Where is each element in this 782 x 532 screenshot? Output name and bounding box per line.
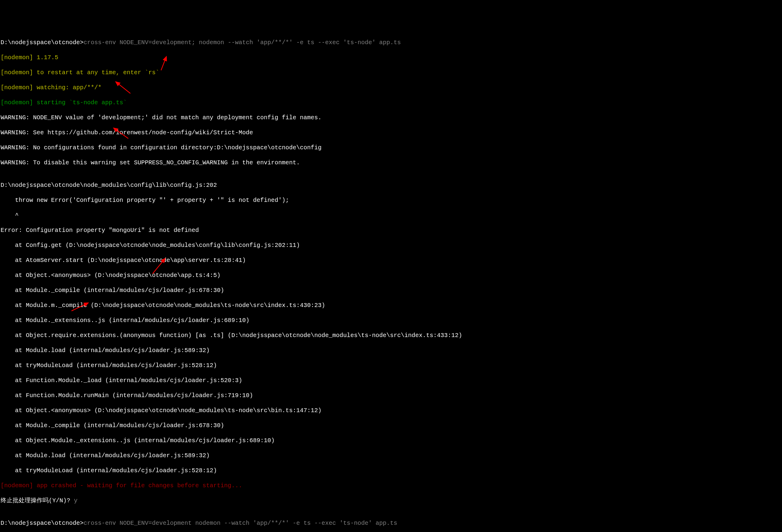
nodemon-watching: [nodemon] watching: app/**/*: [1, 84, 781, 91]
stack-trace-line: at Module._compile (internal/modules/cjs…: [1, 422, 781, 429]
stack-trace-line: at Config.get (D:\nodejsspace\otcnode\no…: [1, 242, 781, 249]
terminate-batch-prompt: 终止批处理操作吗(Y/N)?: [1, 497, 74, 504]
stack-trace-line: at tryModuleLoad (internal/modules/cjs/l…: [1, 362, 781, 369]
prompt-path: D:\nodejsspace\otcnode>: [1, 39, 83, 46]
nodemon-starting: [nodemon] starting `ts-node app.ts`: [1, 99, 781, 106]
error-throw-line: throw new Error('Configuration property …: [1, 197, 781, 204]
stack-trace-line: at tryModuleLoad (internal/modules/cjs/l…: [1, 467, 781, 474]
stack-trace-line: at Function.Module._load (internal/modul…: [1, 377, 781, 384]
stack-trace-line: at AtomServer.start (D:\nodejsspace\otcn…: [1, 256, 781, 264]
nodemon-version: [nodemon] 1.17.5: [1, 54, 781, 61]
error-file-location: D:\nodejsspace\otcnode\node_modules\conf…: [1, 181, 781, 189]
stack-trace-line: at Object.<anonymous> (D:\nodejsspace\ot…: [1, 272, 781, 279]
warning-line: WARNING: To disable this warning set SUP…: [1, 159, 781, 167]
nodemon-restart-hint: [nodemon] to restart at any time, enter …: [1, 69, 781, 76]
warning-line: WARNING: No configurations found in conf…: [1, 144, 781, 151]
stack-trace-line: at Module.load (internal/modules/cjs/loa…: [1, 347, 781, 354]
terminate-batch-answer: y: [74, 497, 77, 504]
warning-line: WARNING: NODE_ENV value of 'development;…: [1, 114, 781, 121]
warning-line: WARNING: See https://github.com/lorenwes…: [1, 129, 781, 136]
stack-trace-line: at Module.load (internal/modules/cjs/loa…: [1, 452, 781, 459]
terminal-output[interactable]: D:\nodejsspace\otcnode>cross-env NODE_EN…: [1, 31, 781, 532]
error-caret: ^: [1, 211, 781, 219]
stack-trace-line: at Object.require.extensions.(anonymous …: [1, 332, 781, 339]
error-message: Error: Configuration property "mongoUri"…: [1, 226, 781, 234]
stack-trace-line: at Module.m._compile (D:\nodejsspace\otc…: [1, 302, 781, 309]
command-text: cross-env NODE_ENV=development; nodemon …: [83, 39, 401, 46]
nodemon-crashed: [nodemon] app crashed - waiting for file…: [1, 482, 781, 489]
command-text: cross-env NODE_ENV=development nodemon -…: [83, 520, 397, 527]
stack-trace-line: at Object.<anonymous> (D:\nodejsspace\ot…: [1, 407, 781, 414]
stack-trace-line: at Object.Module._extensions..js (intern…: [1, 437, 781, 444]
stack-trace-line: at Module._extensions..js (internal/modu…: [1, 317, 781, 324]
stack-trace-line: at Module._compile (internal/modules/cjs…: [1, 287, 781, 294]
stack-trace-line: at Function.Module.runMain (internal/mod…: [1, 392, 781, 399]
prompt-path: D:\nodejsspace\otcnode>: [1, 520, 83, 527]
